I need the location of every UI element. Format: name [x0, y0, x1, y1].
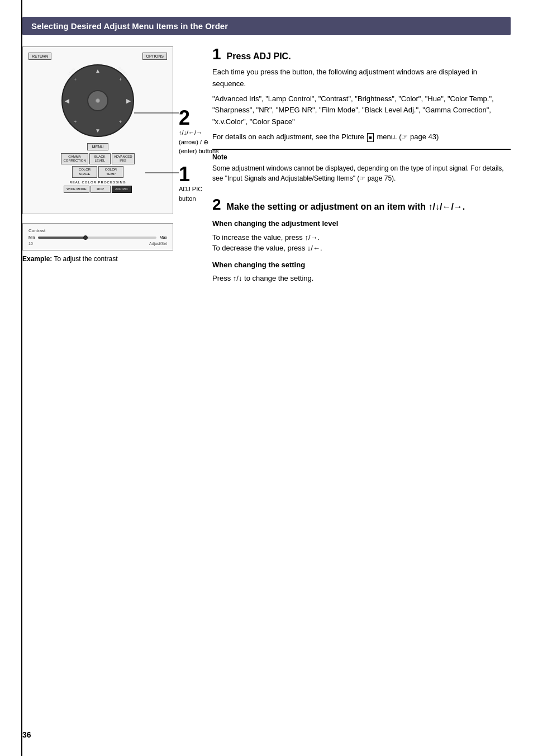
- header-title: Selecting Desired Adjust Menu Items in t…: [31, 21, 228, 31]
- plus-br: +: [119, 119, 122, 125]
- max-label: Max: [160, 235, 167, 239]
- substep2-title: When changing the setting: [212, 259, 511, 271]
- page-number: 36: [22, 730, 31, 739]
- advanced-iris-button[interactable]: ADVANCEDIRIS: [112, 153, 135, 164]
- plus-tr: +: [119, 77, 122, 82]
- content-area: RETURN OPTIONS LENS: [22, 46, 511, 297]
- step2-content: When changing the adjustment level To in…: [212, 218, 511, 284]
- plus-bl: +: [74, 119, 77, 125]
- contrast-value: 10: [28, 242, 33, 245]
- note-text: Some adjustment windows cannot be displa…: [212, 163, 511, 183]
- substep1-title: When changing the adjustment level: [212, 218, 511, 230]
- example-bold: Example:: [22, 255, 52, 263]
- step2-callout: 2 ↑/↓/←/→ (arrow) / ⊕ (enter) buttons: [179, 108, 268, 156]
- step2-arrows: ↑/↓/←/→ (arrow) / ⊕ (enter) buttons: [179, 128, 268, 156]
- contrast-value-row: 10 Adjust/Set: [28, 242, 167, 245]
- color-temp-button[interactable]: COLORTEMP: [98, 166, 123, 177]
- page: Selecting Desired Adjust Menu Items in t…: [0, 0, 533, 756]
- right-column: 1 Press ADJ PIC. Each time you press the…: [212, 46, 511, 297]
- substep1-line2: To decrease the value, press ↓/←.: [212, 243, 511, 254]
- remote-wrapper: RETURN OPTIONS LENS: [22, 46, 173, 214]
- options-button[interactable]: OPTIONS: [142, 53, 167, 60]
- contrast-slider-fill: [38, 237, 85, 239]
- contrast-box-label: Contrast: [28, 228, 167, 233]
- adj-pic-button[interactable]: ADJ PIC: [112, 186, 132, 193]
- wide-mode-button[interactable]: WIDE MODE: [64, 186, 89, 193]
- contrast-slider-thumb: [83, 235, 88, 240]
- rcp-label: REAL COLOR PROCESSING: [28, 181, 167, 184]
- contrast-slider-row: Min Max: [28, 235, 167, 239]
- remote-diagram: RETURN OPTIONS LENS: [22, 46, 173, 214]
- callout-line-1: [145, 172, 179, 173]
- rcp-button[interactable]: RCP: [91, 186, 111, 193]
- black-level-button[interactable]: BLACKLEVEL: [89, 153, 111, 164]
- substep2-text: Press ↑/↓ to change the setting.: [212, 273, 511, 284]
- callout-line-2: [134, 112, 179, 114]
- btn-row1: GAMMACORRECTION BLACKLEVEL ADVANCEDIRIS: [28, 153, 167, 164]
- page-header: Selecting Desired Adjust Menu Items in t…: [22, 17, 511, 35]
- step1-header: 1 Press ADJ PIC.: [212, 46, 511, 62]
- step1-p3b: menu. (☞ page 43): [377, 133, 439, 141]
- example-text: To adjust the contrast: [54, 255, 117, 263]
- step1-number: 1: [179, 164, 257, 185]
- picture-icon: ■: [367, 133, 373, 142]
- bottom-btn-row: WIDE MODE RCP ADJ PIC: [28, 186, 167, 193]
- step2-title: Make the setting or adjustment on an ite…: [227, 202, 465, 212]
- substep1-line1: To increase the value, press ↑/→.: [212, 232, 511, 243]
- dpad-right-arrow[interactable]: ▶: [126, 98, 131, 104]
- step1-p1: Each time you press the button, the foll…: [212, 67, 511, 90]
- menu-button[interactable]: MENU: [87, 143, 109, 150]
- step2-number: 2: [179, 108, 268, 128]
- dpad-container: LENS RESET ▲ ▼ ◀ ▶ +: [61, 64, 134, 137]
- step2-block: 2 Make the setting or adjustment on an i…: [212, 197, 511, 284]
- step1-callout: 1 ADJ PIC button: [179, 164, 257, 203]
- color-space-button[interactable]: COLORSPACE: [72, 166, 97, 177]
- contrast-slider-track[interactable]: [38, 237, 156, 239]
- left-column: RETURN OPTIONS LENS: [22, 46, 196, 297]
- adjust-btn[interactable]: Adjust/Set: [149, 242, 167, 245]
- remote-top-row: RETURN OPTIONS: [28, 53, 167, 60]
- example-caption: Example: To adjust the contrast: [22, 255, 196, 263]
- step1-num: 1: [212, 46, 221, 62]
- min-label: Min: [28, 235, 35, 239]
- dpad: LENS RESET ▲ ▼ ◀ ▶ +: [61, 64, 134, 137]
- step1-text: ADJ PIC button: [179, 185, 257, 203]
- dpad-left-arrow[interactable]: ◀: [65, 98, 69, 104]
- step1-title: Press ADJ PIC.: [227, 51, 291, 62]
- substep1: When changing the adjustment level To in…: [212, 218, 511, 254]
- gamma-correction-button[interactable]: GAMMACORRECTION: [61, 153, 88, 164]
- dpad-enter-button[interactable]: [87, 90, 108, 111]
- substep2: When changing the setting Press ↑/↓ to c…: [212, 259, 511, 284]
- dpad-center-dot: [96, 98, 100, 103]
- menu-area: MENU: [28, 141, 167, 150]
- contrast-example-box: Contrast Min Max 10 Adjust/Set: [22, 223, 173, 251]
- dpad-down-arrow[interactable]: ▼: [95, 127, 101, 134]
- step2-header: 2 Make the setting or adjustment on an i…: [212, 197, 511, 212]
- return-button[interactable]: RETURN: [28, 53, 51, 60]
- plus-tl: +: [74, 77, 77, 82]
- dpad-up-arrow[interactable]: ▲: [95, 68, 101, 74]
